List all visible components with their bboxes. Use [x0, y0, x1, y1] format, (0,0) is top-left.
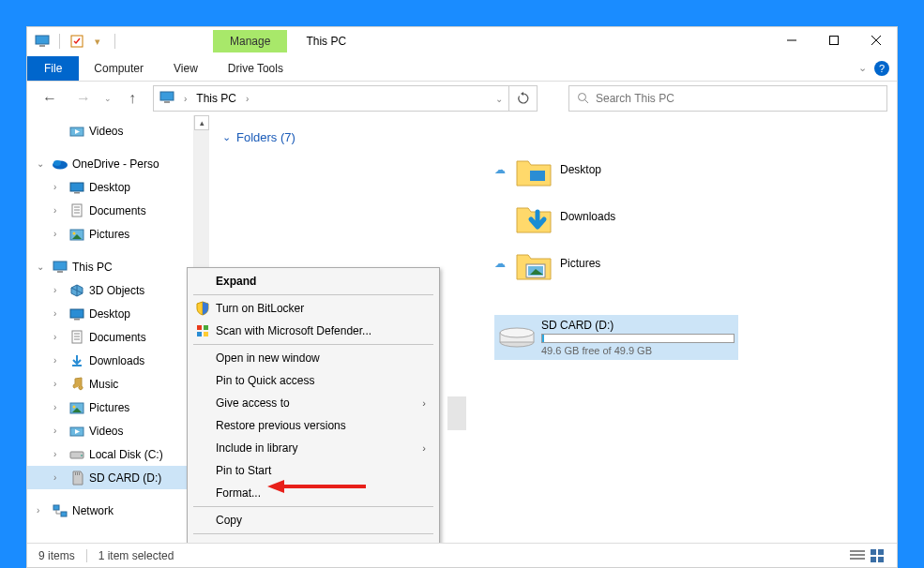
folder-label: Downloads	[560, 210, 615, 223]
sidebar-item-onedrive-perso[interactable]: ⌄OneDrive - Perso	[27, 152, 193, 175]
refresh-button[interactable]	[509, 85, 538, 112]
chevron-right-icon[interactable]: ›	[246, 94, 249, 104]
folders-section-header[interactable]: ⌄ Folders (7)	[213, 125, 878, 156]
window-controls	[770, 27, 897, 53]
drive-usage-bar	[541, 334, 735, 343]
address-dropdown-icon[interactable]: ⌄	[495, 94, 503, 104]
context-item-restore-previous-versions[interactable]: Restore previous versions	[189, 414, 437, 437]
thispc-icon	[35, 34, 50, 49]
recent-dropdown-icon[interactable]: ⌄	[104, 94, 112, 103]
chevron-icon[interactable]: ⌄	[37, 158, 48, 169]
sidebar-item-3d-objects[interactable]: ›3D Objects	[27, 278, 193, 302]
chevron-icon[interactable]: ›	[53, 449, 65, 459]
sidebar-item-pictures[interactable]: ›Pictures	[27, 396, 193, 419]
drive-name: SD CARD (D:)	[541, 319, 735, 332]
context-item-scan-with-microsoft-defender-[interactable]: Scan with Microsoft Defender...	[189, 320, 437, 342]
chevron-icon[interactable]: ⌄	[37, 262, 48, 272]
svg-rect-15	[70, 183, 83, 191]
sidebar-item-pictures[interactable]: ›Pictures	[27, 222, 193, 246]
svg-rect-30	[74, 319, 80, 321]
context-item-give-access-to[interactable]: Give access to›	[189, 392, 437, 414]
context-item-copy[interactable]: Copy	[189, 509, 437, 531]
chevron-icon[interactable]: ›	[53, 308, 65, 319]
ribbon-tab-view[interactable]: View	[159, 56, 213, 81]
address-segment[interactable]: This PC	[196, 92, 236, 105]
sidebar-item-this-pc[interactable]: ⌄This PC	[27, 255, 193, 278]
sidebar-item-downloads[interactable]: ›Downloads	[27, 349, 193, 372]
help-icon[interactable]: ?	[874, 61, 889, 76]
file-tab[interactable]: File	[27, 56, 79, 81]
chevron-icon[interactable]: ›	[53, 285, 65, 295]
search-input[interactable]	[596, 92, 879, 105]
properties-qat-icon[interactable]	[69, 34, 84, 49]
chevron-icon[interactable]: ›	[53, 355, 65, 366]
context-separator	[193, 294, 433, 295]
svg-rect-45	[79, 472, 80, 475]
address-bar[interactable]: › This PC › ⌄	[153, 85, 509, 112]
back-button[interactable]: ←	[37, 85, 63, 112]
disk-icon	[68, 448, 85, 461]
chevron-icon[interactable]: ›	[37, 505, 48, 516]
context-item-pin-to-quick-access[interactable]: Pin to Quick access	[189, 369, 437, 392]
chevron-icon[interactable]: ›	[53, 426, 65, 436]
sidebar-item-videos[interactable]: ›Videos	[27, 419, 193, 442]
sidebar-item-label: Videos	[89, 425, 123, 438]
chevron-icon[interactable]: ›	[53, 472, 65, 483]
context-item-rename[interactable]: Rename	[189, 536, 437, 543]
sidebar-item-label: This PC	[72, 261, 113, 274]
chevron-icon[interactable]: ›	[53, 402, 65, 412]
forward-button[interactable]: →	[70, 85, 97, 112]
chevron-icon[interactable]: ›	[53, 229, 65, 239]
manage-tab[interactable]: Manage	[213, 30, 287, 52]
sidebar-item-network[interactable]: ›Network	[27, 499, 193, 522]
chevron-icon[interactable]: ›	[53, 332, 65, 342]
sidebar-item-documents[interactable]: ›Documents	[27, 325, 193, 349]
context-item-turn-on-bitlocker[interactable]: Turn on BitLocker	[189, 297, 437, 320]
maximize-button[interactable]	[812, 27, 855, 53]
thispc-icon	[52, 261, 68, 274]
thispc-icon	[159, 91, 174, 106]
sidebar-item-label: Desktop	[89, 181, 130, 194]
details-view-icon[interactable]	[850, 549, 865, 562]
context-item-open-in-new-window[interactable]: Open in new window	[189, 347, 437, 369]
chevron-right-icon[interactable]: ›	[184, 94, 187, 104]
folder-grid: ☁Desktop☁Downloads☁Pictures	[494, 156, 878, 277]
drive-item-sd-card-d-[interactable]: SD CARD (D:)49.6 GB free of 49.9 GB	[494, 315, 738, 360]
sidebar-item-desktop[interactable]: ›Desktop	[27, 302, 193, 325]
sidebar-item-sd-card-d-[interactable]: ›SD CARD (D:)	[27, 466, 193, 489]
chevron-right-icon: ›	[422, 397, 426, 409]
pictures-icon	[68, 401, 85, 414]
ribbon-tab-drive-tools[interactable]: Drive Tools	[213, 56, 298, 81]
cloud-status-icon: ☁	[494, 210, 506, 223]
folder-item-pictures[interactable]: ☁Pictures	[494, 249, 878, 277]
item-count: 9 items	[38, 549, 75, 562]
ribbon-tab-computer[interactable]: Computer	[79, 56, 159, 81]
svg-rect-61	[850, 550, 865, 552]
context-item-include-in-library[interactable]: Include in library›	[189, 437, 437, 459]
context-item-expand[interactable]: Expand	[189, 270, 437, 292]
sidebar-item-documents[interactable]: ›Documents	[27, 199, 193, 222]
search-box[interactable]	[568, 85, 887, 112]
folder-item-desktop[interactable]: ☁Desktop	[494, 156, 878, 184]
desktop-icon	[68, 181, 85, 194]
chevron-icon[interactable]: ›	[53, 182, 65, 192]
ribbon-collapse-icon[interactable]: ⌄	[858, 62, 867, 74]
sidebar-item-label: OneDrive - Perso	[72, 157, 159, 171]
context-item-label: Open in new window	[216, 351, 320, 365]
sidebar-item-local-disk-c-[interactable]: ›Local Disk (C:)	[27, 442, 193, 466]
context-item-label: Pin to Quick access	[216, 374, 314, 387]
folder-item-downloads[interactable]: ☁Downloads	[494, 202, 878, 231]
sidebar-item-music[interactable]: ›Music	[27, 372, 193, 396]
sidebar-item-desktop[interactable]: ›Desktop	[27, 175, 193, 199]
close-button[interactable]	[855, 27, 897, 53]
sidebar-item-label: Videos	[89, 125, 123, 138]
3d-icon	[68, 283, 85, 298]
folder-qat-icon[interactable]: ▾	[90, 34, 105, 49]
chevron-icon[interactable]: ›	[53, 205, 65, 216]
chevron-icon[interactable]: ›	[53, 379, 65, 389]
sidebar-item-label: Desktop	[89, 307, 130, 321]
sidebar-item-videos[interactable]: Videos	[27, 119, 193, 142]
up-button[interactable]: ↑	[119, 85, 145, 112]
tiles-view-icon[interactable]	[871, 549, 886, 562]
minimize-button[interactable]	[770, 27, 812, 53]
